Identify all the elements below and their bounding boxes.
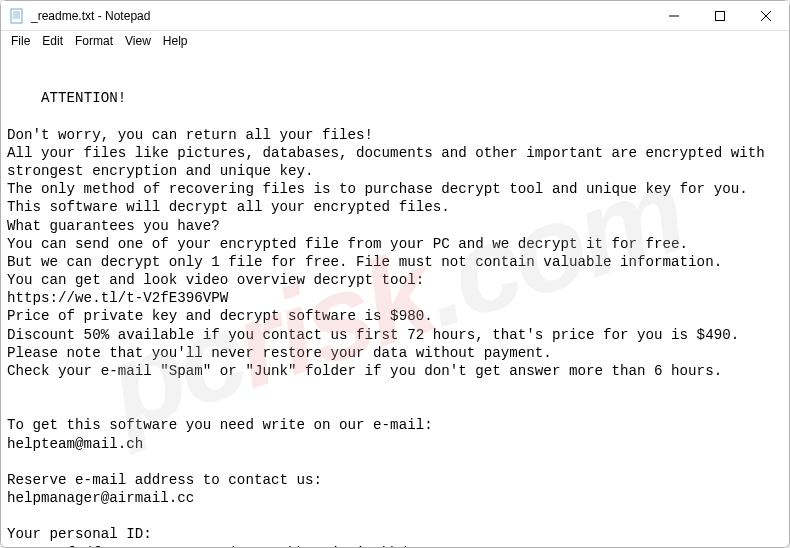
menu-file[interactable]: File: [5, 33, 36, 49]
notepad-icon: [9, 8, 25, 24]
menu-view[interactable]: View: [119, 33, 157, 49]
document-text: ATTENTION! Don't worry, you can return a…: [7, 90, 773, 547]
minimize-button[interactable]: [651, 1, 697, 30]
menu-help[interactable]: Help: [157, 33, 194, 49]
close-button[interactable]: [743, 1, 789, 30]
notepad-window: _readme.txt - Notepad File Edit Format V…: [0, 0, 790, 548]
menu-format[interactable]: Format: [69, 33, 119, 49]
svg-rect-6: [716, 11, 725, 20]
window-controls: [651, 1, 789, 30]
text-area[interactable]: pcrisk.com ATTENTION! Don't worry, you c…: [1, 51, 789, 547]
menubar: File Edit Format View Help: [1, 31, 789, 51]
maximize-button[interactable]: [697, 1, 743, 30]
titlebar: _readme.txt - Notepad: [1, 1, 789, 31]
menu-edit[interactable]: Edit: [36, 33, 69, 49]
window-title: _readme.txt - Notepad: [31, 9, 651, 23]
